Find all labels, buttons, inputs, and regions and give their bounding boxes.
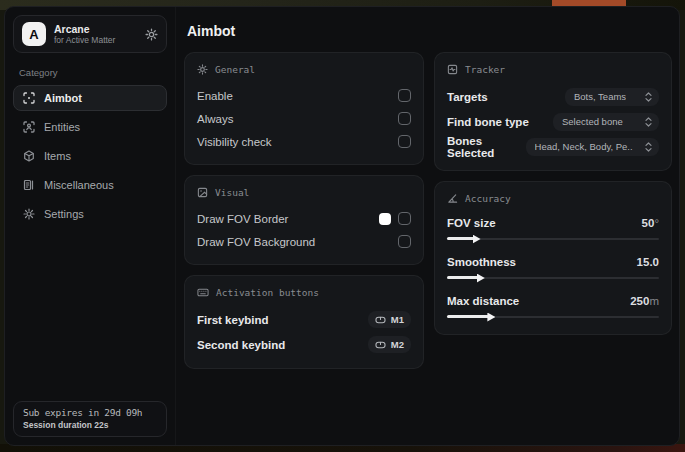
- visibility-check-checkbox[interactable]: [398, 135, 411, 148]
- setting-row-enable: Enable: [197, 84, 411, 107]
- sidebar: A Arcane for Active Matter Category: [5, 7, 175, 445]
- tracker-row-find-bone-type: Find bone type Selected bone: [447, 109, 659, 134]
- sidebar-item-label: Settings: [44, 208, 84, 220]
- panel-header: Visual: [215, 187, 249, 198]
- smoothness-slider[interactable]: [447, 273, 659, 282]
- tracker-row-bones-selected: Bones Selected Head, Neck, Body, Pe..: [447, 134, 659, 159]
- activity-square-icon: [447, 64, 458, 75]
- sidebar-item-label: Aimbot: [44, 92, 82, 104]
- always-checkbox[interactable]: [398, 112, 411, 125]
- tracker-label: Find bone type: [447, 116, 529, 128]
- sidebar-item-miscellaneous[interactable]: Miscellaneous: [13, 172, 167, 198]
- slider-unit: m: [649, 295, 659, 307]
- keybind-value: M1: [391, 314, 404, 325]
- slider-value: 50: [642, 217, 655, 229]
- setting-row-draw-fov-background: Draw FOV Background: [197, 230, 411, 253]
- find-bone-type-select[interactable]: Selected bone: [553, 113, 659, 131]
- brand-logo: A: [22, 22, 46, 46]
- crosshair-scan-icon: [23, 92, 35, 104]
- keybind-label: First keybind: [197, 314, 269, 326]
- gear-icon: [197, 64, 208, 75]
- sidebar-item-label: Items: [44, 150, 71, 162]
- session-duration-text: Session duration 22s: [23, 420, 157, 430]
- keybind-row-second: Second keybind M2: [197, 332, 411, 357]
- sidebar-item-label: Miscellaneous: [44, 179, 114, 191]
- slider-label: FOV size: [447, 217, 496, 229]
- slider-row-smoothness: Smoothness 15.0: [447, 252, 659, 282]
- brand-name: Arcane: [54, 23, 115, 36]
- second-keybind-button[interactable]: M2: [368, 336, 411, 353]
- tracker-label: Bones Selected: [447, 135, 526, 159]
- slider-thumb[interactable]: [487, 313, 495, 322]
- accuracy-panel: Accuracy FOV size 50°: [434, 181, 672, 335]
- slider-label: Max distance: [447, 295, 519, 307]
- slider-thumb[interactable]: [477, 274, 485, 283]
- max-distance-slider[interactable]: [447, 312, 659, 321]
- panel-header: Accuracy: [465, 193, 511, 204]
- angle-icon: [447, 193, 458, 204]
- image-icon: [197, 187, 208, 198]
- subscription-info: Sub expires in 29d 09h Session duration …: [13, 401, 167, 437]
- slider-value: 15.0: [637, 256, 659, 268]
- fov-border-color-swatch[interactable]: [379, 213, 391, 225]
- setting-label: Always: [197, 113, 233, 125]
- setting-row-draw-fov-border: Draw FOV Border: [197, 207, 411, 230]
- main-content: Aimbot General Enable: [175, 7, 679, 445]
- setting-row-visibility-check: Visibility check: [197, 130, 411, 153]
- category-label: Category: [19, 67, 161, 78]
- setting-label: Draw FOV Border: [197, 213, 288, 225]
- slider-label: Smoothness: [447, 256, 516, 268]
- select-value: Head, Neck, Body, Pe..: [535, 141, 633, 152]
- setting-label: Draw FOV Background: [197, 236, 315, 248]
- slider-unit: °: [654, 217, 659, 229]
- slider-row-fov-size: FOV size 50°: [447, 213, 659, 243]
- tracker-row-targets: Targets Bots, Teams: [447, 84, 659, 109]
- tracker-panel: Tracker Targets Bots, Teams: [434, 52, 672, 171]
- mouse-icon: [375, 341, 386, 349]
- app-window: A Arcane for Active Matter Category: [4, 6, 680, 446]
- sidebar-item-label: Entities: [44, 121, 80, 133]
- page-title: Aimbot: [187, 23, 672, 39]
- first-keybind-button[interactable]: M1: [368, 311, 411, 328]
- gear-icon: [23, 208, 35, 220]
- sidebar-item-entities[interactable]: Entities: [13, 114, 167, 140]
- keybind-value: M2: [391, 339, 404, 350]
- slider-thumb[interactable]: [473, 235, 481, 244]
- slider-row-max-distance: Max distance 250m: [447, 291, 659, 321]
- setting-label: Enable: [197, 90, 233, 102]
- tracker-label: Targets: [447, 91, 488, 103]
- visual-panel: Visual Draw FOV Border Draw FOV Backgrou…: [184, 175, 424, 265]
- panel-header: Activation buttons: [216, 287, 319, 298]
- keybind-label: Second keybind: [197, 339, 285, 351]
- brand-subtitle: for Active Matter: [54, 35, 115, 45]
- select-value: Bots, Teams: [574, 91, 626, 102]
- panel-header: Tracker: [465, 64, 505, 75]
- sidebar-item-settings[interactable]: Settings: [13, 201, 167, 227]
- gear-icon[interactable]: [145, 28, 158, 41]
- draw-fov-border-checkbox[interactable]: [398, 212, 411, 225]
- slider-value: 250: [630, 295, 649, 307]
- person-scan-icon: [23, 121, 35, 133]
- keyboard-icon: [197, 287, 209, 298]
- category-nav: Aimbot Entities Items: [13, 85, 167, 227]
- unfold-chevrons-icon: [644, 117, 653, 127]
- targets-select[interactable]: Bots, Teams: [565, 88, 659, 106]
- unfold-chevrons-icon: [644, 92, 653, 102]
- mouse-icon: [375, 316, 386, 324]
- sidebar-item-items[interactable]: Items: [13, 143, 167, 169]
- bones-selected-select[interactable]: Head, Neck, Body, Pe..: [526, 138, 659, 156]
- unfold-chevrons-icon: [644, 142, 653, 152]
- draw-fov-background-checkbox[interactable]: [398, 235, 411, 248]
- cube-icon: [23, 150, 35, 162]
- panel-header: General: [215, 64, 255, 75]
- setting-label: Visibility check: [197, 136, 272, 148]
- keybind-row-first: First keybind M1: [197, 307, 411, 332]
- brand-card: A Arcane for Active Matter: [13, 15, 167, 53]
- general-panel: General Enable Always Visibility check: [184, 52, 424, 165]
- list-board-icon: [23, 179, 35, 191]
- sidebar-item-aimbot[interactable]: Aimbot: [13, 85, 167, 111]
- enable-checkbox[interactable]: [398, 89, 411, 102]
- select-value: Selected bone: [562, 116, 623, 127]
- activation-buttons-panel: Activation buttons First keybind M1: [184, 275, 424, 369]
- fov-size-slider[interactable]: [447, 234, 659, 243]
